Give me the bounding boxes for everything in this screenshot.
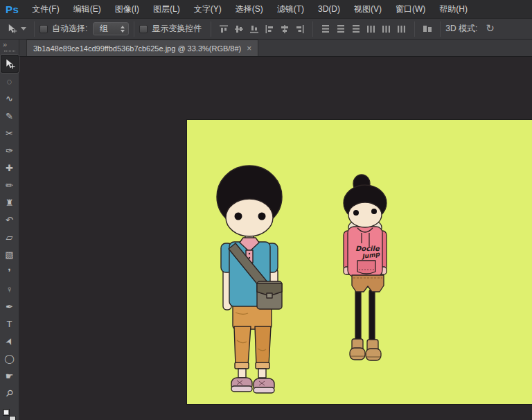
auto-select-scope-dropdown[interactable]: 组	[93, 22, 129, 35]
menu-item-6[interactable]: 滤镜(T)	[270, 0, 311, 18]
distribute-bottom-edges-button[interactable]	[349, 22, 363, 36]
type-tool[interactable]: T	[1, 316, 18, 333]
ps-logo: Ps	[0, 3, 25, 15]
align-bottom-edges-button[interactable]	[247, 22, 261, 36]
zoom-tool[interactable]: ⚲	[1, 385, 18, 402]
menu-item-10[interactable]: 帮助(H)	[432, 0, 475, 18]
align-buttons	[216, 21, 435, 37]
distribute-top-edges-button[interactable]	[319, 22, 332, 36]
foreground-color-swatch[interactable]	[3, 409, 10, 416]
history-brush-icon: ↶	[6, 215, 13, 225]
brush-icon: ✏	[6, 180, 13, 191]
stepper-icon	[121, 26, 125, 33]
document-tab-bar: 3b1a48e89ce14cd99ffbd536b7cb625e.jpg @ 3…	[19, 40, 532, 57]
eraser-icon: ▱	[6, 232, 13, 243]
menu-bar: Ps 文件(F)编辑(E)图像(I)图层(L)文字(Y)选择(S)滤镜(T)3D…	[0, 0, 532, 19]
elliptical-marquee-tool[interactable]: ◌	[1, 73, 18, 90]
document-tab[interactable]: 3b1a48e89ce14cd99ffbd536b7cb625e.jpg @ 3…	[26, 40, 258, 56]
background-color-swatch[interactable]	[9, 416, 16, 420]
eyedropper-tool[interactable]: ✑	[1, 143, 18, 159]
tab-close-icon[interactable]: ×	[247, 44, 251, 53]
move-tool[interactable]	[1, 55, 19, 73]
clone-stamp-icon: ♜	[6, 198, 14, 208]
zoom-icon: ⚲	[3, 387, 15, 399]
divider	[414, 21, 415, 37]
distribute-horizontal-centers-button[interactable]	[380, 22, 393, 36]
distribute-vertical-centers-button[interactable]	[334, 22, 348, 36]
toolbar-tools: ◌∿✎✂✑✚✏♜↶▱▧❜♀✒T➤◯☛⚲	[1, 54, 19, 408]
menu-item-7[interactable]: 3D(D)	[311, 0, 347, 18]
clone-stamp-tool[interactable]: ♜	[1, 195, 18, 211]
color-swatches[interactable]	[2, 408, 17, 420]
tools-panel: » ◌∿✎✂✑✚✏♜↶▱▧❜♀✒T➤◯☛⚲	[0, 40, 19, 420]
align-right-edges-button[interactable]	[293, 22, 307, 36]
ellipse-icon: ◯	[4, 353, 15, 364]
pen-tool[interactable]: ✒	[1, 299, 18, 315]
auto-select-scope-value: 组	[100, 23, 108, 35]
workspace: » ◌∿✎✂✑✚✏♜↶▱▧❜♀✒T➤◯☛⚲ 3b1a48e89ce14cd99f…	[0, 40, 532, 420]
divider	[211, 21, 211, 37]
auto-align-layers-button[interactable]	[420, 22, 434, 36]
pen-icon: ✒	[6, 301, 13, 312]
blur-tool[interactable]: ❜	[1, 264, 18, 281]
photoshop-window: Ps 文件(F)编辑(E)图像(I)图层(L)文字(Y)选择(S)滤镜(T)3D…	[0, 0, 532, 420]
open-image[interactable]: Docile Jump	[187, 120, 532, 404]
chevron-down-icon	[21, 27, 26, 30]
divider	[34, 21, 35, 37]
align-top-edges-button[interactable]	[217, 22, 231, 36]
menu-item-9[interactable]: 窗口(W)	[389, 0, 432, 18]
move-tool-icon	[7, 24, 17, 34]
spot-healing-brush-tool[interactable]: ✚	[1, 160, 18, 177]
collapse-panel-button[interactable]: »	[0, 40, 19, 49]
align-left-edges-button[interactable]	[263, 22, 276, 36]
menu-item-3[interactable]: 图层(L)	[146, 0, 187, 18]
menu-item-4[interactable]: 文字(Y)	[187, 0, 229, 18]
3d-rotate-icon[interactable]: ↻	[486, 22, 495, 35]
menu-item-8[interactable]: 视图(V)	[347, 0, 389, 18]
canvas-area[interactable]: Docile Jump	[19, 57, 532, 420]
panel-grip[interactable]	[4, 50, 15, 52]
brush-tool[interactable]: ✏	[1, 177, 18, 194]
align-horizontal-centers-button[interactable]	[278, 22, 292, 36]
eraser-tool[interactable]: ▱	[1, 229, 18, 246]
options-bar: 自动选择: 组 显示变换控件 3D 模式: ↻	[0, 19, 532, 40]
document-area: 3b1a48e89ce14cd99ffbd536b7cb625e.jpg @ 3…	[19, 40, 532, 420]
auto-select-label: 自动选择:	[52, 23, 87, 35]
quick-selection-tool[interactable]: ✎	[1, 108, 18, 125]
3d-mode-label: 3D 模式:	[445, 23, 477, 35]
crop-icon: ✂	[6, 128, 13, 139]
ellipse-tool[interactable]: ◯	[1, 351, 18, 367]
gradient-icon: ▧	[5, 250, 13, 260]
menu-items: 文件(F)编辑(E)图像(I)图层(L)文字(Y)选择(S)滤镜(T)3D(D)…	[25, 0, 475, 18]
gradient-tool[interactable]: ▧	[1, 247, 18, 263]
align-vertical-centers-button[interactable]	[232, 22, 246, 36]
lasso-tool[interactable]: ∿	[1, 91, 18, 107]
path-selection-tool[interactable]: ➤	[1, 333, 18, 350]
distribute-right-edges-button[interactable]	[395, 22, 409, 36]
elliptical-marquee-icon: ◌	[7, 76, 12, 87]
distribute-left-edges-button[interactable]	[364, 22, 378, 36]
menu-item-1[interactable]: 编辑(E)	[66, 0, 108, 18]
history-brush-tool[interactable]: ↶	[1, 212, 18, 229]
crop-tool[interactable]: ✂	[1, 125, 18, 142]
lasso-icon: ∿	[6, 94, 13, 104]
show-transform-checkbox[interactable]	[139, 25, 148, 33]
menu-item-0[interactable]: 文件(F)	[25, 0, 66, 18]
eyedropper-icon: ✑	[6, 146, 13, 156]
type-icon: T	[7, 319, 12, 329]
divider	[440, 21, 441, 37]
move-tool-icon	[4, 58, 15, 69]
tool-preset-picker[interactable]	[4, 22, 29, 35]
dodge-tool[interactable]: ♀	[1, 281, 18, 298]
divider	[312, 21, 313, 37]
dodge-icon: ♀	[6, 284, 13, 295]
divider	[134, 21, 134, 37]
path-selection-icon: ➤	[3, 335, 15, 347]
hand-tool[interactable]: ☛	[1, 368, 18, 385]
hand-icon: ☛	[6, 371, 14, 381]
menu-item-2[interactable]: 图像(I)	[108, 0, 146, 18]
spot-healing-brush-icon: ✚	[6, 163, 13, 173]
quick-selection-icon: ✎	[6, 111, 13, 121]
auto-select-checkbox[interactable]	[39, 25, 48, 33]
menu-item-5[interactable]: 选择(S)	[229, 0, 270, 18]
